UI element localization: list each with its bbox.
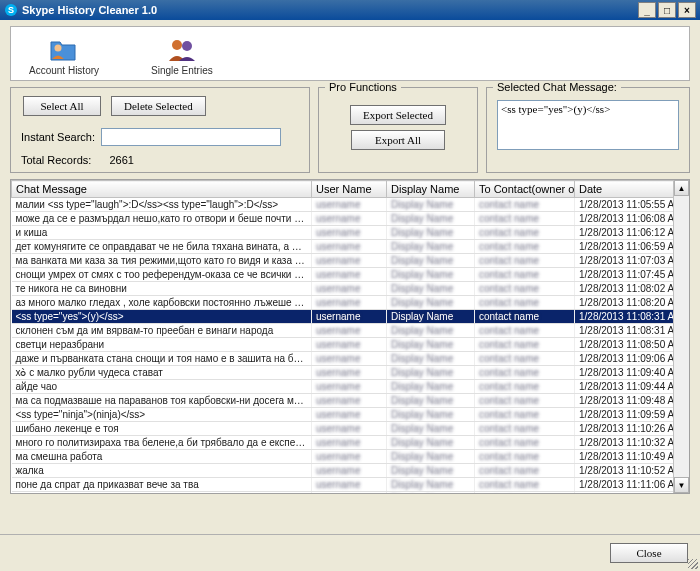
cell-display-name: Display Name	[387, 338, 475, 352]
cell-date: 1/28/2013 11:06:08 AM	[575, 212, 674, 226]
table-row[interactable]: даже и първанката стана снощи и тоя намо…	[12, 352, 674, 366]
svg-point-4	[182, 41, 192, 51]
table-row[interactable]: склонен съм да им вярвам-то преебан е ви…	[12, 324, 674, 338]
table-row[interactable]: жалкаusernameDisplay Namecontact name1/2…	[12, 464, 674, 478]
cell-chat-message: шибано лекенце е тоя	[12, 422, 312, 436]
close-window-button[interactable]: ×	[678, 2, 696, 18]
selected-message-panel: Selected Chat Message: <ss type="yes">(y…	[486, 87, 690, 173]
cell-date: 1/28/2013 11:09:59 AM	[575, 408, 674, 422]
table-row[interactable]: много го политизираха тва белене,а би тр…	[12, 436, 674, 450]
table-row[interactable]: аз много малко гледах , холе карбовски п…	[12, 296, 674, 310]
cell-chat-message: малии <ss type="laugh">:D</ss><ss type="…	[12, 198, 312, 212]
pro-functions-label: Pro Functions	[325, 81, 401, 93]
cell-user-name: username	[312, 450, 387, 464]
cell-date: 1/28/2013 11:08:31 AM	[575, 324, 674, 338]
cell-display-name: Display Name	[387, 394, 475, 408]
table-row[interactable]: ма смешна работаusernameDisplay Namecont…	[12, 450, 674, 464]
cell-chat-message: те никога не са виновни	[12, 282, 312, 296]
cell-user-name: username	[312, 422, 387, 436]
selected-message-textarea[interactable]: <ss type="yes">(y)</ss>	[497, 100, 679, 150]
cell-date: 1/28/2013 11:06:59 AM	[575, 240, 674, 254]
cell-chat-message: <ss type="yes">(y)</ss>	[12, 310, 312, 324]
cell-chat-message: дет комунягите се оправдават че не била …	[12, 240, 312, 254]
cell-to-contact: contact name	[475, 310, 575, 324]
table-row[interactable]: и кишаusernameDisplay Namecontact name1/…	[12, 226, 674, 240]
cell-user-name: username	[312, 226, 387, 240]
cell-date: 1/28/2013 11:11:06 AM	[575, 478, 674, 492]
cell-date: 1/28/2013 11:06:12 AM	[575, 226, 674, 240]
cell-date: 1/28/2013 11:10:52 AM	[575, 464, 674, 478]
cell-to-contact: contact name	[475, 366, 575, 380]
table-row[interactable]: може да се е размърдал нешо,като го отво…	[12, 212, 674, 226]
cell-chat-message: снощи умрех от смях с тоо референдум-ока…	[12, 268, 312, 282]
cell-chat-message: аз много малко гледах , холе карбовски п…	[12, 296, 312, 310]
col-user-name[interactable]: User Name	[312, 181, 387, 198]
table-row[interactable]: <ss type="yes">(y)</ss>usernameDisplay N…	[12, 310, 674, 324]
table-row[interactable]: шибано лекенце е тояusernameDisplay Name…	[12, 422, 674, 436]
table-row[interactable]: светци неразбраниusernameDisplay Namecon…	[12, 338, 674, 352]
scroll-down-icon[interactable]: ▼	[674, 477, 689, 493]
svg-point-3	[172, 40, 182, 50]
col-to-contact[interactable]: To Contact(owner only)	[475, 181, 575, 198]
table-row[interactable]: снощи умрех от смях с тоо референдум-ока…	[12, 268, 674, 282]
cell-display-name: Display Name	[387, 422, 475, 436]
cell-to-contact: contact name	[475, 282, 575, 296]
delete-selected-button[interactable]: Delete Selected	[111, 96, 206, 116]
search-input[interactable]	[101, 128, 281, 146]
table-row[interactable]: се едно друго няма в тая държаваusername…	[12, 492, 674, 494]
select-all-button[interactable]: Select All	[23, 96, 101, 116]
resize-grip[interactable]	[686, 557, 698, 569]
table-row[interactable]: малии <ss type="laugh">:D</ss><ss type="…	[12, 198, 674, 212]
window-title: Skype History Cleaner 1.0	[22, 4, 157, 16]
cell-display-name: Display Name	[387, 268, 475, 282]
table-row[interactable]: те никога не са виновниusernameDisplay N…	[12, 282, 674, 296]
scroll-track[interactable]	[674, 196, 689, 477]
cell-chat-message: и киша	[12, 226, 312, 240]
table-row[interactable]: хо̀ с малко рубли чудеса ставатusernameD…	[12, 366, 674, 380]
cell-chat-message: склонен съм да им вярвам-то преебан е ви…	[12, 324, 312, 338]
vertical-scrollbar[interactable]: ▲ ▼	[673, 180, 689, 493]
cell-display-name: Display Name	[387, 198, 475, 212]
cell-user-name: username	[312, 282, 387, 296]
export-all-button[interactable]: Export All	[351, 130, 445, 150]
cell-display-name: Display Name	[387, 282, 475, 296]
cell-display-name: Display Name	[387, 478, 475, 492]
table-row[interactable]: ма са подмазваше на параванов тоя карбов…	[12, 394, 674, 408]
svg-text:S: S	[8, 5, 14, 15]
cell-chat-message: много го политизираха тва белене,а би тр…	[12, 436, 312, 450]
cell-to-contact: contact name	[475, 478, 575, 492]
maximize-button[interactable]: □	[658, 2, 676, 18]
cell-display-name: Display Name	[387, 212, 475, 226]
cell-user-name: username	[312, 268, 387, 282]
cell-date: 1/28/2013 11:10:49 AM	[575, 450, 674, 464]
cell-to-contact: contact name	[475, 212, 575, 226]
cell-display-name: Display Name	[387, 226, 475, 240]
export-selected-button[interactable]: Export Selected	[350, 105, 446, 125]
cell-date: 1/28/2013 11:05:55 AM	[575, 198, 674, 212]
total-records-label: Total Records:	[21, 154, 91, 166]
cell-chat-message: светци неразбрани	[12, 338, 312, 352]
scroll-up-icon[interactable]: ▲	[674, 180, 689, 196]
cell-to-contact: contact name	[475, 450, 575, 464]
minimize-button[interactable]: _	[638, 2, 656, 18]
cell-to-contact: contact name	[475, 492, 575, 494]
table-row[interactable]: поне да спрат да приказват вече за тваus…	[12, 478, 674, 492]
instant-search-label: Instant Search:	[21, 131, 95, 143]
cell-chat-message: може да се е размърдал нешо,като го отво…	[12, 212, 312, 226]
cell-display-name: Display Name	[387, 310, 475, 324]
close-button[interactable]: Close	[610, 543, 688, 563]
single-entries-button[interactable]: Single Entries	[145, 33, 219, 78]
cell-display-name: Display Name	[387, 240, 475, 254]
col-date[interactable]: Date	[575, 181, 674, 198]
col-display-name[interactable]: Display Name	[387, 181, 475, 198]
cell-user-name: username	[312, 198, 387, 212]
table-row[interactable]: <ss type="ninja">(ninja)</ss>usernameDis…	[12, 408, 674, 422]
table-row[interactable]: дет комунягите се оправдават че не била …	[12, 240, 674, 254]
col-chat-message[interactable]: Chat Message	[12, 181, 312, 198]
cell-display-name: Display Name	[387, 450, 475, 464]
cell-chat-message: <ss type="ninja">(ninja)</ss>	[12, 408, 312, 422]
table-row[interactable]: ма ванката ми каза за тия режими,щото ка…	[12, 254, 674, 268]
cell-to-contact: contact name	[475, 198, 575, 212]
table-row[interactable]: айде чаоusernameDisplay Namecontact name…	[12, 380, 674, 394]
account-history-button[interactable]: Account History	[23, 33, 105, 78]
